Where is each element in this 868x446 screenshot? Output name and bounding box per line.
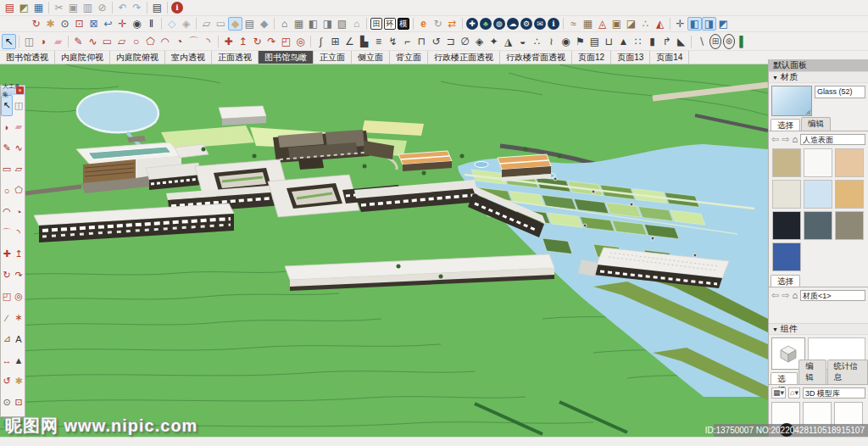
material-swatch-cream[interactable] — [772, 180, 801, 209]
extension-warehouse-icon[interactable]: e — [416, 17, 431, 31]
material-secondary-dropdown[interactable]: 材质<1> — [800, 290, 865, 301]
material-swatch-blue-gray[interactable] — [804, 211, 832, 240]
round-window-icon[interactable]: ⊞ — [709, 34, 721, 49]
open-file-icon[interactable]: ◩ — [17, 1, 31, 14]
rectangle-tool-icon[interactable]: ▭ — [100, 34, 114, 49]
plugin-cn-button-3[interactable]: 模 — [398, 18, 409, 30]
scene-tab-page14[interactable]: 页面14 — [650, 51, 689, 64]
palette-text-icon[interactable]: A — [13, 328, 25, 349]
arc-tool-icon[interactable]: ◠ — [158, 34, 172, 49]
plugin-corner-icon[interactable]: ⌐ — [400, 34, 415, 49]
top-view-icon[interactable]: ▦ — [292, 17, 306, 31]
palette-line-icon[interactable]: ✎ — [1, 137, 13, 159]
plugin-points-icon[interactable]: ∴ — [530, 34, 544, 49]
plugin-layers-icon[interactable]: ≡ — [371, 34, 386, 49]
plugin-loop-icon[interactable]: ↺ — [429, 34, 443, 49]
palette-polygon-icon[interactable]: ⬠ — [13, 180, 25, 201]
sandbox-drape-icon[interactable]: ◪ — [624, 17, 638, 31]
plugin-null-icon[interactable]: ∅ — [458, 34, 472, 49]
palette-zoom-window-icon[interactable]: ⊡ — [13, 392, 25, 413]
orbit-icon[interactable]: ↻ — [29, 17, 43, 31]
xray-style-icon[interactable]: ◇ — [164, 17, 179, 31]
collapse-arrow-icon[interactable]: ▼ — [772, 326, 778, 332]
viewport-3d-model[interactable] — [0, 64, 768, 437]
plugin-railing-icon[interactable]: ▤ — [587, 34, 602, 49]
material-swatch-white[interactable] — [804, 148, 832, 177]
round-ball-icon[interactable]: ⊛ — [723, 34, 735, 49]
component-collection-dropdown[interactable]: 3D 模型库 — [803, 387, 865, 399]
iso-view-icon[interactable]: ⌂ — [277, 17, 292, 31]
scene-tab-side-elev[interactable]: 侧立面 — [352, 51, 390, 64]
model-info-icon[interactable]: ℹ — [171, 2, 183, 14]
two-point-arc-tool-icon[interactable]: ⌒ — [186, 34, 201, 49]
plugin-bolt-icon[interactable]: ↯ — [386, 34, 400, 49]
plugin-dome-icon[interactable]: ◒ — [515, 34, 530, 49]
sandbox-add-detail-icon[interactable]: ∴ — [638, 17, 653, 31]
pan-icon[interactable]: ✱ — [43, 17, 58, 31]
plugin-spiral-icon[interactable]: ◉ — [559, 34, 573, 49]
cleanup-broom-icon[interactable]: ∖ — [694, 34, 709, 49]
plugin-cn-button-2[interactable]: 环 — [384, 18, 396, 30]
info-icon[interactable]: ℹ — [548, 18, 559, 30]
freehand-tool-icon[interactable]: ∿ — [86, 34, 100, 49]
scene-tab-courtyard-up[interactable]: 内庭院仰视 — [55, 51, 110, 64]
settings-gear-icon[interactable]: ⚙ — [520, 18, 532, 30]
palette-protractor-icon[interactable]: ⊿ — [1, 328, 13, 349]
plugin-window-grid-icon[interactable]: ⊞ — [328, 34, 342, 49]
sandbox-smoove-icon[interactable]: ◬ — [595, 17, 609, 31]
scale-tool-icon[interactable]: ◰ — [279, 34, 293, 49]
hidden-line-style-icon[interactable]: ▭ — [214, 17, 228, 31]
scene-tab-interior[interactable]: 室内透视 — [165, 51, 212, 64]
plugin-extrude-icon[interactable]: ⊐ — [443, 34, 458, 49]
back-arrow-icon[interactable]: ⇦ — [771, 290, 779, 301]
wireframe-style-icon[interactable]: ▱ — [199, 17, 214, 31]
material-swatch-blue[interactable] — [772, 243, 801, 271]
material-collection-dropdown[interactable]: 人造表面 — [800, 134, 865, 145]
palette-pie-icon[interactable]: ◔ — [13, 201, 25, 222]
plugin-mirror-icon[interactable]: ▲ — [616, 34, 631, 49]
zoom-extents-icon[interactable]: ⊠ — [86, 17, 101, 31]
axes-tool-icon[interactable]: ✛ — [673, 17, 687, 31]
components-tab-edit[interactable]: 编辑 — [798, 360, 826, 384]
eraser-tool-icon[interactable]: ▰ — [51, 34, 65, 49]
save-icon[interactable]: ▦ — [31, 1, 46, 14]
plugin-person-arrow-icon[interactable]: ↱ — [659, 34, 674, 49]
plugin-fence-icon[interactable]: ⊔ — [602, 34, 616, 49]
right-view-icon[interactable]: ◨ — [320, 17, 335, 31]
zoom-window-icon[interactable]: ⊡ — [72, 17, 86, 31]
paste-icon[interactable]: ▥ — [81, 1, 95, 14]
previous-view-icon[interactable]: ↩ — [101, 17, 115, 31]
materials-tab-edit[interactable]: 编辑 — [801, 117, 831, 131]
swap-icon[interactable]: ⇄ — [445, 17, 459, 31]
redo-icon[interactable]: ↷ — [130, 1, 144, 14]
zoom-icon[interactable]: ⊙ — [58, 17, 72, 31]
material-swatch-tan[interactable] — [772, 148, 801, 177]
component-rotate-a-icon[interactable]: ◧ — [687, 17, 702, 31]
shaded-textures-style-icon[interactable]: ▤ — [242, 17, 257, 31]
sandbox-flip-edge-icon[interactable]: ◭ — [653, 17, 667, 31]
palette-freehand-icon[interactable]: ∿ — [13, 137, 25, 159]
components-section-header[interactable]: ▼ 组件 — [769, 323, 868, 335]
scene-tab-front-persp[interactable]: 正面透视 — [212, 51, 259, 64]
three-point-arc-tool-icon[interactable]: ◝ — [201, 34, 215, 49]
scene-tab-library-persp[interactable]: 图书馆透视 — [0, 51, 55, 64]
in-model-home-dropdown-icon[interactable]: ⌂▾ — [788, 387, 800, 399]
palette-rotate-icon[interactable]: ↻ — [1, 265, 13, 286]
shaded-style-icon[interactable]: ◆ — [228, 17, 242, 31]
palette-paint-bucket-icon[interactable]: ◗ — [1, 116, 13, 137]
palette-tape-measure-icon[interactable]: ∕ — [1, 307, 13, 328]
material-preview-swatch[interactable] — [771, 86, 812, 116]
scene-tab-admin-back[interactable]: 行政楼背面透视 — [500, 51, 572, 64]
move-tool-icon[interactable]: ✚ — [221, 34, 236, 49]
new-file-icon[interactable]: ▤ — [3, 1, 17, 14]
view-options-icon[interactable]: ▦▾ — [771, 387, 786, 399]
offset-tool-icon[interactable]: ◎ — [293, 34, 308, 49]
line-tool-icon[interactable]: ✎ — [71, 34, 86, 49]
front-view-icon[interactable]: ◧ — [306, 17, 320, 31]
position-camera-icon[interactable]: ✛ — [115, 17, 130, 31]
erase-icon[interactable]: ⊘ — [95, 1, 109, 14]
polygon-tool-icon[interactable]: ⬠ — [143, 34, 158, 49]
scene-tab-back-elev[interactable]: 背立面 — [390, 51, 428, 64]
sandbox-from-scratch-icon[interactable]: ▦ — [581, 17, 595, 31]
print-icon[interactable]: ▤ — [150, 1, 164, 14]
